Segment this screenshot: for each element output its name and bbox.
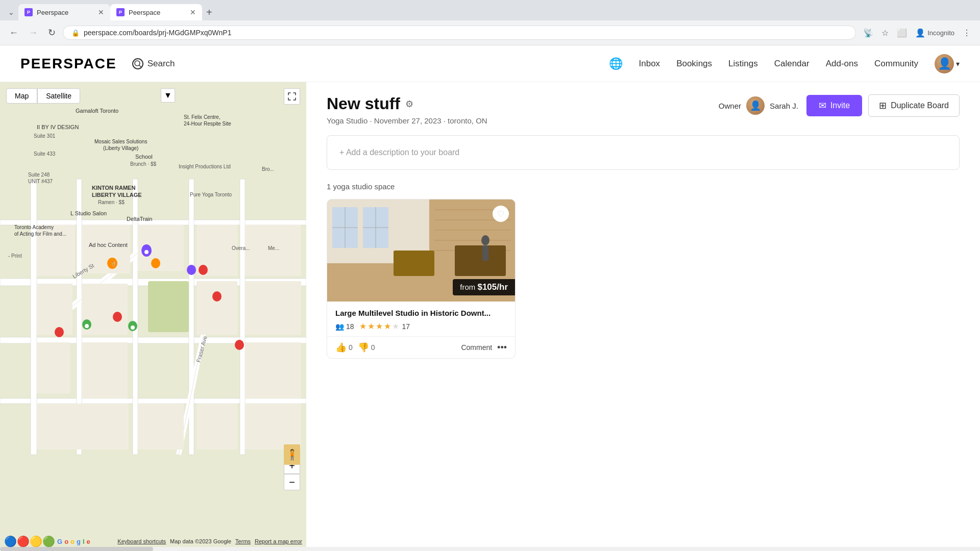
listings-nav-item[interactable]: Listings xyxy=(728,59,758,69)
map-tab-arrow[interactable]: ▼ xyxy=(161,88,175,103)
map-fullscreen-button[interactable] xyxy=(284,88,300,105)
nav-bar: ← → ↻ 🔒 peerspace.com/boards/prj-MGdGMPx… xyxy=(0,20,980,45)
svg-rect-5 xyxy=(0,398,306,404)
map-container[interactable]: Liberty St Fraser Ave 🍴 xyxy=(0,82,306,551)
report-link[interactable]: Report a map error xyxy=(255,538,302,544)
map-tab-satellite[interactable]: Satellite xyxy=(37,88,80,104)
invite-button[interactable]: ✉ Invite xyxy=(806,95,862,116)
addons-nav-item[interactable]: Add-ons xyxy=(826,59,858,69)
map-zoom-out-button[interactable]: − xyxy=(284,474,300,490)
tab-bar: ⌄ P Peerspace ✕ P Peerspace ✕ + xyxy=(0,0,980,20)
browser-tab-1[interactable]: P Peerspace ✕ xyxy=(18,4,110,20)
svg-rect-24 xyxy=(197,281,237,335)
address-bar[interactable]: 🔒 peerspace.com/boards/prj-MGdGMPxq0WnP1 xyxy=(63,26,856,40)
tab-title-2: Peerspace xyxy=(129,9,160,16)
map-street-view-button[interactable]: 🧍 xyxy=(284,444,300,465)
duplicate-label: Duplicate Board xyxy=(891,101,949,110)
map-data-label: Map data ©2023 Google xyxy=(170,538,231,544)
nav-actions: 📡 ☆ ⬜ 👤 Incognito ⋮ xyxy=(860,26,974,40)
search-label: Search xyxy=(148,59,175,69)
svg-rect-31 xyxy=(197,404,237,449)
svg-point-41 xyxy=(113,312,122,322)
user-menu-button[interactable]: 👤 ▾ xyxy=(935,54,960,73)
reload-button[interactable]: ↻ xyxy=(45,25,59,40)
back-button[interactable]: ← xyxy=(6,26,21,40)
svg-rect-23 xyxy=(245,225,301,276)
listing-capacity: 👥 18 xyxy=(335,322,354,331)
header-nav: 🌐 Inbox Bookings Listings Calendar Add-o… xyxy=(609,54,960,73)
svg-rect-27 xyxy=(37,342,70,393)
svg-point-48 xyxy=(199,265,208,275)
people-icon: 👥 xyxy=(335,322,344,331)
address-text: peerspace.com/boards/prj-MGdGMPxq0WnP1 xyxy=(84,29,231,37)
search-button[interactable]: Search xyxy=(132,58,175,69)
language-button[interactable]: 🌐 xyxy=(609,57,623,70)
tab-overflow-button[interactable]: ⌄ xyxy=(4,8,18,16)
board-settings-icon[interactable]: ⚙ xyxy=(405,98,413,110)
tab-close-1[interactable]: ✕ xyxy=(98,8,104,16)
svg-point-40 xyxy=(187,265,196,275)
board-header-right: Owner 👤 Sarah J. ✉ Invite ⊞ Duplicate Bo… xyxy=(719,94,960,117)
invite-label: Invite xyxy=(830,101,850,110)
comment-label: Comment xyxy=(461,343,492,352)
terms-link[interactable]: Terms xyxy=(235,538,251,544)
svg-point-45 xyxy=(131,325,135,330)
page-header: PEERSPACE Search 🌐 Inbox Bookings Listin… xyxy=(0,45,980,82)
search-icon xyxy=(132,58,143,69)
svg-text:🍴: 🍴 xyxy=(111,261,117,267)
svg-rect-17 xyxy=(37,225,75,276)
listing-heart-button[interactable]: ♡ xyxy=(493,206,509,222)
svg-rect-9 xyxy=(133,179,138,455)
like-count: 0 xyxy=(349,343,353,352)
map-panel: Liberty St Fraser Ave 🍴 xyxy=(0,82,306,551)
site-logo[interactable]: PEERSPACE xyxy=(20,56,117,72)
thumbs-up-icon: 👍 xyxy=(335,342,347,353)
svg-point-47 xyxy=(212,291,222,302)
more-options-button[interactable]: ••• xyxy=(497,342,507,353)
screen-cast-button[interactable]: 📡 xyxy=(860,26,876,40)
dislike-count: 0 xyxy=(371,343,375,352)
browser-chrome: ⌄ P Peerspace ✕ P Peerspace ✕ + ← → ↻ 🔒 … xyxy=(0,0,980,45)
like-button[interactable]: 👍 0 xyxy=(335,342,353,353)
bookmark-button[interactable]: ☆ xyxy=(878,26,892,40)
svg-rect-28 xyxy=(245,342,301,398)
svg-point-39 xyxy=(151,258,160,268)
main-content: Liberty St Fraser Ave 🍴 xyxy=(0,82,980,551)
capacity-count: 18 xyxy=(346,322,354,331)
map-tab-map[interactable]: Map xyxy=(6,88,37,104)
browser-menu-button[interactable]: ⋮ xyxy=(960,26,974,40)
listing-price-prefix: from xyxy=(460,283,475,291)
inbox-nav-item[interactable]: Inbox xyxy=(639,59,660,69)
board-top: New stuff ⚙ Yoga Studio · November 27, 2… xyxy=(327,94,960,125)
board-left: New stuff ⚙ Yoga Studio · November 27, 2… xyxy=(327,94,719,125)
chevron-down-icon: ▾ xyxy=(956,60,960,68)
tab-close-2[interactable]: ✕ xyxy=(190,8,196,16)
listing-image: ♡ from $105/hr xyxy=(327,199,515,302)
svg-rect-25 xyxy=(245,281,301,335)
community-nav-item[interactable]: Community xyxy=(874,59,918,69)
duplicate-button[interactable]: ⊞ Duplicate Board xyxy=(868,94,960,117)
listing-card[interactable]: ♡ from $105/hr Large Multilevel Studio i… xyxy=(327,199,516,359)
listing-actions: 👍 0 👎 0 Comment ••• xyxy=(327,336,515,358)
new-tab-button[interactable]: + xyxy=(202,7,216,18)
calendar-nav-item[interactable]: Calendar xyxy=(774,59,810,69)
board-title: New stuff xyxy=(327,94,400,113)
scrollbar-thumb[interactable] xyxy=(0,547,153,551)
horizontal-scrollbar[interactable] xyxy=(0,547,980,551)
svg-point-36 xyxy=(144,250,149,254)
keyboard-shortcuts-link[interactable]: Keyboard shortcuts xyxy=(117,538,166,544)
browser-extensions-button[interactable]: ⬜ xyxy=(894,26,910,40)
listing-price: $105/hr xyxy=(477,282,508,292)
browser-tab-2[interactable]: P Peerspace ✕ xyxy=(110,4,202,20)
heart-icon: ♡ xyxy=(497,209,504,219)
description-box[interactable]: + Add a description to your board xyxy=(327,135,960,170)
dislike-button[interactable]: 👎 0 xyxy=(358,342,375,353)
bookings-nav-item[interactable]: Bookings xyxy=(676,59,712,69)
svg-rect-6 xyxy=(0,220,306,225)
svg-rect-16 xyxy=(148,281,189,332)
svg-line-1 xyxy=(139,65,141,67)
forward-button[interactable]: → xyxy=(26,26,41,40)
comment-button[interactable]: Comment xyxy=(461,343,492,352)
owner-section: Owner 👤 Sarah J. xyxy=(719,96,798,115)
incognito-button[interactable]: 👤 Incognito xyxy=(912,26,958,40)
